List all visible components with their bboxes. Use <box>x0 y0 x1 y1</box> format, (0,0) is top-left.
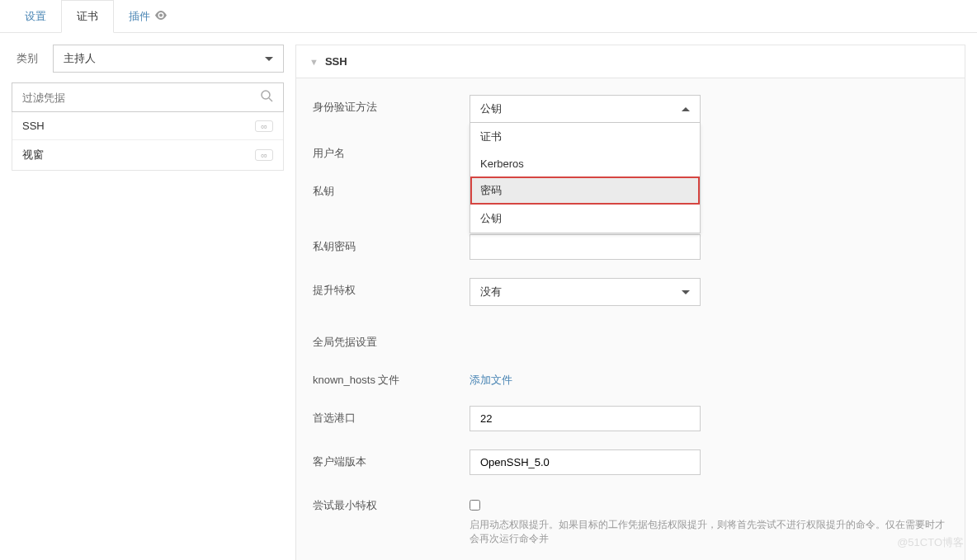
auth-method-select[interactable]: 公钥 <box>470 95 701 123</box>
elevate-control: 没有 <box>470 278 701 306</box>
auth-method-value: 公钥 <box>480 101 502 116</box>
category-label: 类别 <box>17 51 38 66</box>
private-key-password-control <box>470 234 701 260</box>
global-section-label: 全局凭据设置 <box>313 335 948 350</box>
caret-down-icon <box>682 290 690 294</box>
auth-method-menu: 证书 Kerberos 密码 公钥 <box>470 123 701 233</box>
client-version-label: 客户端版本 <box>313 449 470 469</box>
main-container: 类别 主持人 SSH ∞ 视窗 ∞ <box>0 33 977 560</box>
known-hosts-label: known_hosts 文件 <box>313 368 470 388</box>
auth-method-control: 公钥 证书 Kerberos 密码 公钥 <box>470 95 701 123</box>
panel-header[interactable]: ▼ SSH <box>296 45 965 78</box>
least-priv-help: 启用动态权限提升。如果目标的工作凭据包括权限提升，则将首先尝试不进行权限提升的命… <box>470 518 948 546</box>
infinity-badge: ∞ <box>255 120 273 132</box>
row-auth-method: 身份验证方法 公钥 证书 Kerberos 密码 公钥 <box>313 95 948 123</box>
tab-plugins[interactable]: 插件 <box>114 0 182 32</box>
category-selected: 主持人 <box>64 51 96 66</box>
filter-box <box>12 82 284 112</box>
row-known-hosts: known_hosts 文件 添加文件 <box>313 368 948 388</box>
row-elevate: 提升特权 没有 <box>313 278 948 306</box>
tab-bar: 设置 证书 插件 <box>0 0 977 33</box>
least-priv-checkbox[interactable] <box>470 500 480 511</box>
least-priv-control: 启用动态权限提升。如果目标的工作凭据包括权限提升，则将首先尝试不进行权限提升的命… <box>470 493 948 546</box>
main-panel: ▼ SSH 身份验证方法 公钥 证书 Kerberos 密码 公钥 <box>295 45 965 560</box>
elevate-value: 没有 <box>480 285 502 299</box>
caret-up-icon <box>682 107 690 111</box>
list-item-label: SSH <box>22 120 45 132</box>
panel-title: SSH <box>325 55 347 68</box>
watermark: @51CTO博客 <box>897 535 964 550</box>
auth-method-label: 身份验证方法 <box>313 95 470 115</box>
eye-icon <box>154 10 168 22</box>
collapse-caret-icon: ▼ <box>309 57 319 67</box>
list-item-ssh[interactable]: SSH ∞ <box>12 112 283 140</box>
svg-point-0 <box>262 91 270 99</box>
tab-settings[interactable]: 设置 <box>10 0 61 32</box>
sidebar: 类别 主持人 SSH ∞ 视窗 ∞ <box>12 45 284 560</box>
category-row: 类别 主持人 <box>12 45 284 73</box>
elevate-label: 提升特权 <box>313 278 470 298</box>
search-icon[interactable] <box>261 90 273 105</box>
row-client-version: 客户端版本 <box>313 449 948 475</box>
client-version-control <box>470 449 701 475</box>
private-key-label: 私钥 <box>313 179 470 199</box>
port-input[interactable] <box>470 406 701 431</box>
port-control <box>470 406 701 431</box>
option-publickey[interactable]: 公钥 <box>470 205 700 233</box>
username-label: 用户名 <box>313 141 470 161</box>
svg-line-1 <box>269 98 272 101</box>
list-item-label: 视窗 <box>22 148 44 162</box>
infinity-badge: ∞ <box>255 149 273 161</box>
tab-plugins-label: 插件 <box>129 9 150 24</box>
known-hosts-control: 添加文件 <box>470 368 701 388</box>
client-version-input[interactable] <box>470 449 701 475</box>
option-password[interactable]: 密码 <box>470 176 700 205</box>
list-item-windows[interactable]: 视窗 ∞ <box>12 140 283 170</box>
option-kerberos[interactable]: Kerberos <box>470 151 700 176</box>
row-private-key-password: 私钥密码 <box>313 234 948 260</box>
private-key-password-label: 私钥密码 <box>313 234 470 254</box>
least-priv-label: 尝试最小特权 <box>313 493 470 513</box>
row-port: 首选港口 <box>313 406 948 431</box>
panel-body: 身份验证方法 公钥 证书 Kerberos 密码 公钥 用户名 <box>296 78 965 560</box>
tab-certificates[interactable]: 证书 <box>61 0 114 33</box>
filter-input[interactable] <box>22 92 261 104</box>
row-least-priv: 尝试最小特权 启用动态权限提升。如果目标的工作凭据包括权限提升，则将首先尝试不进… <box>313 493 948 546</box>
private-key-password-input[interactable] <box>470 234 701 260</box>
option-certificate[interactable]: 证书 <box>470 123 700 151</box>
category-dropdown[interactable]: 主持人 <box>53 45 284 73</box>
credential-list: SSH ∞ 视窗 ∞ <box>12 112 284 171</box>
port-label: 首选港口 <box>313 406 470 426</box>
elevate-select[interactable]: 没有 <box>470 278 701 306</box>
add-file-link[interactable]: 添加文件 <box>470 368 512 388</box>
caret-down-icon <box>265 57 273 61</box>
